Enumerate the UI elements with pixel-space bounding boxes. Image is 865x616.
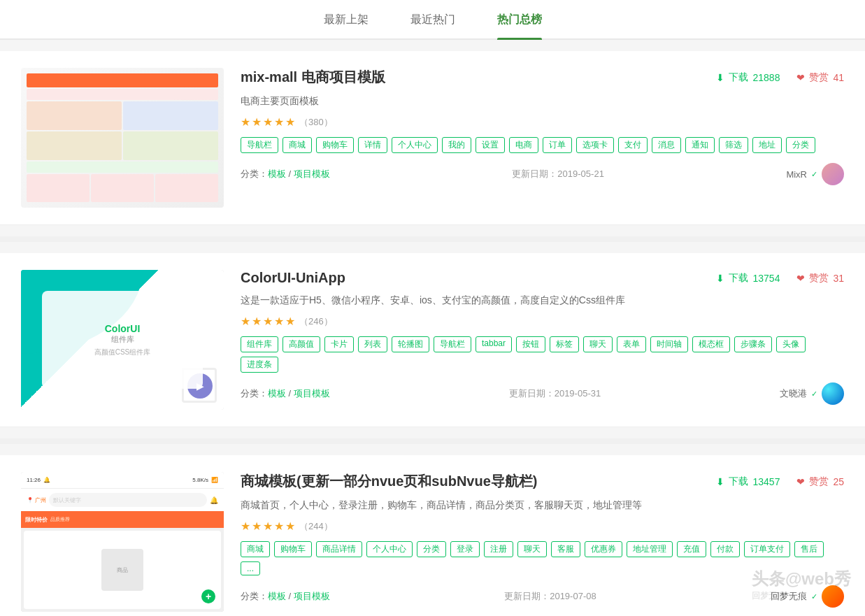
tag[interactable]: 时间轴 <box>650 336 688 352</box>
tag[interactable]: tabbar <box>476 336 512 352</box>
tag[interactable]: 列表 <box>358 336 387 352</box>
category-link-template[interactable]: 模板 <box>268 591 286 601</box>
download-count-colorui: 13754 <box>752 273 780 284</box>
tag[interactable]: 分类 <box>417 541 446 557</box>
tab-top-overall[interactable]: 热门总榜 <box>497 13 542 38</box>
card-desc-mix-mall: 电商主要页面模板 <box>241 94 844 108</box>
card-footer-colorui: 分类：模板 / 项目模板 更新日期：2019-05-31 文晓港 ✓ <box>241 382 844 405</box>
tag[interactable]: 注册 <box>484 541 513 557</box>
category-link-project[interactable]: 项目模板 <box>294 388 330 399</box>
star-3: ★ <box>263 115 273 129</box>
tag[interactable]: 头像 <box>776 336 806 352</box>
tag[interactable]: 进度条 <box>241 357 278 373</box>
tag[interactable]: 组件库 <box>241 336 278 352</box>
tag[interactable]: 付款 <box>710 541 740 557</box>
tag[interactable]: 详情 <box>358 137 387 153</box>
like-label: 赞赏 <box>809 475 829 488</box>
thumbnail-colorui[interactable]: ColorUI 组件库 高颜值CSS组件库 ▶ <box>21 270 224 410</box>
author-name-mall-template: 回梦无痕 <box>771 590 807 603</box>
tag[interactable]: 设置 <box>476 137 505 153</box>
tag[interactable]: 售后 <box>794 541 824 557</box>
stars-mix-mall: ★ ★ ★ ★ ★ <box>241 115 295 129</box>
card-mall-template: 11:26 🔔 5.8K/s 📶 📍 广州 默认关键字 🔔 限时特价 品质推荐 … <box>0 455 865 616</box>
card-stats-mix-mall: ⬇ 下载 21888 ❤ 赞赏 41 <box>716 71 844 84</box>
card-title-colorui: ColorUI-UniApp <box>241 270 345 286</box>
tag[interactable]: 我的 <box>442 137 471 153</box>
stars-row-mall: ★ ★ ★ ★ ★ （244） <box>241 520 844 533</box>
like-count-mix-mall: 41 <box>833 72 844 83</box>
stars-row-mix-mall: ★ ★ ★ ★ ★ （380） <box>241 115 844 129</box>
tag[interactable]: 购物车 <box>274 541 312 557</box>
tag[interactable]: 订单 <box>543 137 572 153</box>
tag[interactable]: 模态框 <box>692 336 730 352</box>
tag[interactable]: 登录 <box>450 541 480 557</box>
star-1: ★ <box>241 115 250 129</box>
download-label: 下载 <box>729 272 748 285</box>
tag[interactable]: 个人中心 <box>366 541 413 557</box>
tag[interactable]: 高颜值 <box>283 336 320 352</box>
like-icon: ❤ <box>796 476 805 487</box>
like-label: 赞赏 <box>809 272 829 285</box>
tag[interactable]: 购物车 <box>316 137 354 153</box>
tag[interactable]: ... <box>241 561 260 575</box>
tag[interactable]: 聊天 <box>583 336 613 352</box>
thumbnail-mall-template[interactable]: 11:26 🔔 5.8K/s 📶 📍 广州 默认关键字 🔔 限时特价 品质推荐 … <box>21 472 224 612</box>
tag[interactable]: 商城 <box>241 541 270 557</box>
category-link-template[interactable]: 模板 <box>268 388 286 399</box>
tag[interactable]: 导航栏 <box>241 137 278 153</box>
card-footer-mix-mall: 分类：模板 / 项目模板 更新日期：2019-05-21 MixR ✓ <box>241 163 844 185</box>
tag[interactable]: 充值 <box>677 541 706 557</box>
tag[interactable]: 通知 <box>685 137 715 153</box>
tag[interactable]: 个人中心 <box>392 137 438 153</box>
tag[interactable]: 卡片 <box>324 336 354 352</box>
tag[interactable]: 地址管理 <box>627 541 673 557</box>
like-icon: ❤ <box>796 72 805 83</box>
tab-newest[interactable]: 最新上架 <box>324 13 369 38</box>
tag[interactable]: 按钮 <box>516 336 545 352</box>
card-footer-mall-template: 分类：模板 / 项目模板 更新日期：2019-07-08 回梦无痕 ✓ <box>241 585 844 608</box>
download-stat-colorui: ⬇ 下载 13754 <box>716 272 780 285</box>
tab-recent-hot[interactable]: 最近热门 <box>410 13 455 38</box>
update-date-mix-mall: 更新日期：2019-05-21 <box>512 168 604 180</box>
tag[interactable]: 导航栏 <box>434 336 471 352</box>
tag[interactable]: 选项卡 <box>576 137 614 153</box>
tag[interactable]: 标签 <box>550 336 579 352</box>
tag[interactable]: 筛选 <box>719 137 748 153</box>
tag[interactable]: 步骤条 <box>734 336 772 352</box>
download-icon: ⬇ <box>716 72 724 83</box>
tag[interactable]: 轮播图 <box>392 336 429 352</box>
tag[interactable]: 商城 <box>283 137 312 153</box>
download-stat-mix-mall: ⬇ 下载 21888 <box>716 71 780 84</box>
divider-2 <box>0 438 865 444</box>
rating-count-mix-mall: （380） <box>299 116 333 129</box>
thumbnail-mix-mall[interactable] <box>21 68 224 208</box>
tag[interactable]: 地址 <box>752 137 782 153</box>
tag[interactable]: 分类 <box>786 137 815 153</box>
tag[interactable]: 客服 <box>551 541 580 557</box>
card-stats-mall-template: ⬇ 下载 13457 ❤ 赞赏 25 <box>716 475 844 488</box>
card-colorui: ColorUI 组件库 高颜值CSS组件库 ▶ ColorUI-UniApp ⬇… <box>0 253 865 427</box>
download-label: 下载 <box>729 475 748 488</box>
tag[interactable]: 电商 <box>509 137 538 153</box>
tag[interactable]: 聊天 <box>517 541 547 557</box>
card-content-colorui: ColorUI-UniApp ⬇ 下载 13754 ❤ 赞赏 31 这是一款适应… <box>241 270 844 410</box>
stars-row-colorui: ★ ★ ★ ★ ★ （246） <box>241 315 844 328</box>
tag[interactable]: 商品详情 <box>316 541 362 557</box>
divider-1 <box>0 236 865 242</box>
card-desc-mall-template: 商城首页，个人中心，登录注册，购物车，商品详情，商品分类页，客服聊天页，地址管理… <box>241 498 844 513</box>
category-link-template[interactable]: 模板 <box>268 169 286 179</box>
author-avatar-mall-template <box>822 585 844 608</box>
tag[interactable]: 支付 <box>618 137 648 153</box>
tag[interactable]: 优惠券 <box>585 541 622 557</box>
category-link-project[interactable]: 项目模板 <box>294 591 330 601</box>
download-count-mix-mall: 21888 <box>752 72 780 83</box>
tag[interactable]: 订单支付 <box>744 541 790 557</box>
card-stats-colorui: ⬇ 下载 13754 ❤ 赞赏 31 <box>716 272 844 285</box>
download-count-mall: 13457 <box>752 476 780 487</box>
download-icon: ⬇ <box>716 476 724 487</box>
tag[interactable]: 表单 <box>617 336 646 352</box>
category-mall-template: 分类：模板 / 项目模板 <box>241 590 330 603</box>
tag[interactable]: 消息 <box>652 137 681 153</box>
download-icon: ⬇ <box>716 273 724 284</box>
category-link-project[interactable]: 项目模板 <box>294 169 330 179</box>
